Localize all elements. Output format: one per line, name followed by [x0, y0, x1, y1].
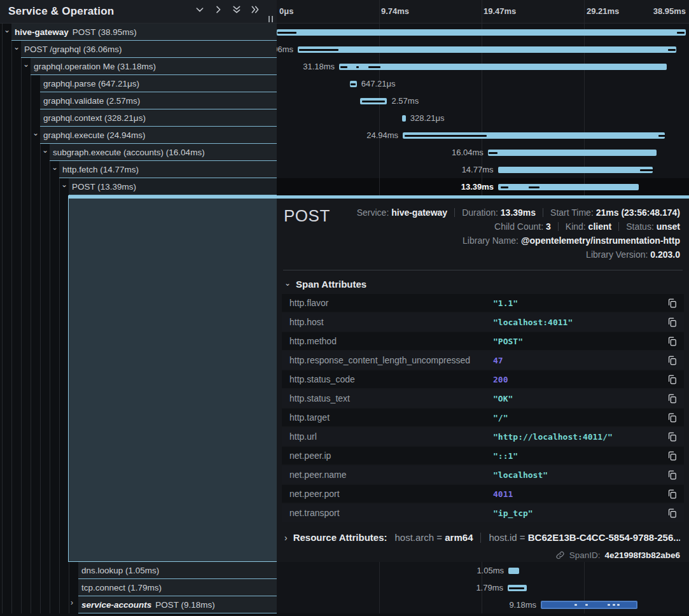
copy-icon[interactable] — [667, 393, 678, 404]
span-name-cell[interactable]: graphql.execute (24.94ms) — [40, 127, 277, 144]
span-name-cell[interactable]: graphql.operation Me (31.18ms) — [31, 58, 277, 75]
span-name-cell[interactable]: POST /graphql (36.06ms) — [21, 41, 277, 58]
span-attributes-header[interactable]: ⌄ Span Attributes — [284, 279, 366, 290]
expand-all-double-chevron-right-icon[interactable] — [250, 4, 260, 15]
attribute-row: http.method"POST" — [282, 332, 684, 350]
field-value: @opentelemetry/instrumentation-http — [521, 235, 680, 246]
span-bar[interactable] — [541, 601, 637, 609]
span-duration-label: 14.77ms — [462, 165, 494, 174]
span-name-cell[interactable]: graphql.validate (2.57ms) — [40, 92, 277, 109]
timeline-cell[interactable]: 9.18ms — [277, 596, 689, 613]
attribute-row: http.target"/" — [282, 409, 684, 426]
trace-viewer: Service & Operation 0μs9.74ms19.47ms29.2… — [0, 0, 689, 616]
span-bar[interactable] — [488, 150, 657, 156]
indent-guides: › — [0, 596, 78, 613]
span-rows-top: ⌄hive-gatewayPOST (38.95ms)38.95ms⌄POST … — [0, 24, 689, 195]
timeline-cell[interactable]: 24.94ms — [277, 127, 689, 144]
operation-label: POST /graphql (36.06ms) — [24, 45, 122, 54]
span-attributes-table: http.flavor"1.1"http.host"localhost:4011… — [282, 294, 684, 523]
timeline-cell[interactable]: 14.77ms — [277, 161, 689, 178]
span-name-cell[interactable]: graphql.parse (647.21μs) — [40, 75, 277, 92]
collapse-one-chevron-down-icon[interactable] — [195, 4, 205, 15]
copy-icon[interactable] — [667, 298, 678, 309]
timeline-cell[interactable]: 1.79ms — [277, 579, 689, 596]
column-resize-handle[interactable] — [268, 16, 273, 22]
child-span-dot — [613, 604, 615, 606]
field-value: 3 — [546, 221, 551, 232]
timeline-cell[interactable]: 328.21μs — [277, 109, 689, 127]
attribute-value: "POST" — [493, 337, 523, 346]
attribute-key: http.host — [289, 317, 324, 327]
timeline-cell[interactable]: 38.95ms — [277, 24, 689, 41]
collapse-all-double-chevron-down-icon[interactable] — [232, 4, 242, 15]
span-name-cell[interactable]: subgraph.execute (accounts) (16.04ms) — [50, 144, 277, 161]
span-name-cell[interactable]: http.fetch (14.77ms) — [59, 161, 277, 178]
span-bar[interactable] — [402, 115, 405, 122]
resource-attributes-row[interactable]: › Resource Attributes: host.arch = arm64… — [284, 532, 680, 543]
span-bar[interactable] — [350, 81, 357, 87]
expand-one-chevron-right-icon[interactable] — [213, 4, 223, 15]
span-detail-left-rect — [68, 195, 277, 562]
span-name-cell[interactable]: graphql.context (328.21μs) — [40, 109, 277, 127]
child-span-mark — [501, 186, 508, 188]
span-name-cell[interactable]: POST (13.39ms) — [69, 178, 277, 195]
span-bar[interactable] — [498, 184, 639, 190]
child-span-mark — [362, 101, 385, 102]
span-name-cell[interactable]: service-accountsPOST (9.18ms) — [78, 596, 277, 613]
timeline-cell[interactable]: 1.05ms — [277, 562, 689, 579]
span-bar[interactable] — [498, 167, 653, 173]
child-span-mark — [529, 186, 539, 188]
attribute-row: http.host"localhost:4011" — [282, 313, 684, 331]
attribute-row: net.transport"ip_tcp" — [282, 504, 684, 522]
copy-icon[interactable] — [667, 412, 678, 423]
child-span-mark — [489, 152, 497, 154]
copy-icon[interactable] — [667, 470, 678, 480]
copy-icon[interactable] — [667, 317, 678, 328]
operation-label: graphql.validate (2.57ms) — [43, 96, 140, 106]
span-bar[interactable] — [360, 98, 387, 104]
span-bar[interactable] — [508, 585, 527, 591]
operation-label: dns.lookup (1.05ms) — [81, 566, 159, 575]
copy-icon[interactable] — [667, 508, 678, 519]
copy-icon[interactable] — [667, 431, 678, 442]
timeline-cell[interactable]: 647.21μs — [277, 75, 689, 92]
span-bar[interactable] — [403, 132, 665, 139]
copy-icon[interactable] — [667, 374, 678, 385]
span-duration-label: 1.05ms — [477, 566, 504, 575]
span-row: graphql.parse (647.21μs)647.21μs — [0, 75, 689, 92]
service-operation-header: Service & Operation — [0, 0, 277, 24]
span-duration-label: 1.79ms — [476, 583, 503, 592]
span-name-cell[interactable]: dns.lookup (1.05ms) — [78, 562, 277, 579]
operation-label: graphql.operation Me (31.18ms) — [34, 62, 156, 71]
attribute-row: http.response_content_length_uncompresse… — [282, 351, 684, 369]
field-label: Start Time: — [550, 207, 596, 218]
operation-label: subgraph.execute (accounts) (16.04ms) — [53, 148, 205, 157]
attribute-value: 200 — [493, 375, 508, 384]
operation-label: http.fetch (14.77ms) — [62, 165, 139, 174]
span-name-cell[interactable]: hive-gatewayPOST (38.95ms) — [11, 24, 277, 41]
timeline-cell[interactable]: 31.18ms — [277, 58, 689, 75]
copy-icon[interactable] — [667, 489, 678, 500]
span-bar[interactable] — [339, 64, 667, 70]
field-divider — [454, 208, 455, 217]
overview-line: Library Version: 0.203.0 — [357, 248, 680, 262]
span-title: POST — [284, 206, 330, 226]
span-name-cell[interactable]: tcp.connect (1.79ms) — [78, 579, 277, 596]
indent-guides: ⌄ — [0, 41, 21, 58]
span-bar[interactable] — [298, 46, 676, 53]
field-label: Child Count: — [494, 221, 546, 232]
timeline-cell[interactable]: 16.04ms — [277, 144, 689, 161]
child-span-mark — [668, 49, 676, 51]
resource-attributes-preview: host.arch = arm64host.id = BC62E13B-C4CC… — [394, 532, 680, 543]
timeline-cell[interactable]: 2.57ms — [277, 92, 689, 109]
span-row: ⌄subgraph.execute (accounts) (16.04ms)16… — [0, 144, 689, 161]
copy-icon[interactable] — [667, 451, 678, 461]
attribute-row: net.peer.name"localhost" — [282, 466, 684, 484]
span-bar[interactable] — [277, 29, 686, 36]
timeline-cell[interactable]: 13.39ms — [277, 178, 689, 195]
span-duration-label: 328.21μs — [410, 113, 445, 123]
timeline-cell[interactable]: 36.06ms — [277, 41, 689, 58]
span-bar[interactable] — [508, 568, 519, 574]
copy-icon[interactable] — [667, 355, 678, 366]
copy-icon[interactable] — [667, 336, 678, 347]
